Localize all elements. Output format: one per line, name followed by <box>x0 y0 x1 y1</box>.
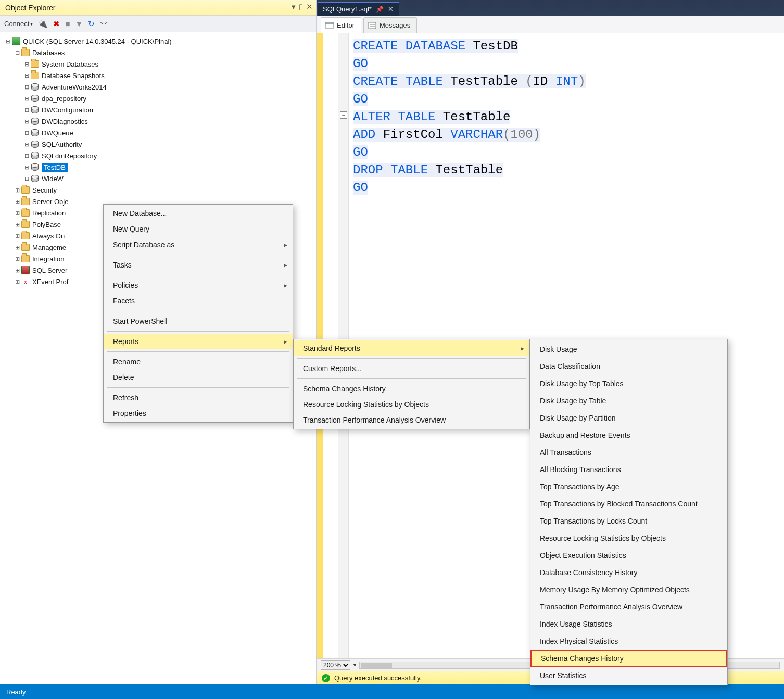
menu-item[interactable]: Memory Usage By Memory Optimized Objects <box>530 581 727 598</box>
menu-item[interactable]: Rename <box>104 354 293 370</box>
tree-icon <box>21 208 30 218</box>
stop-icon[interactable]: ■ <box>65 20 70 28</box>
tree-node[interactable]: ⊞SQLdmRepository <box>2 150 314 161</box>
tree-node[interactable]: ⊟Databases <box>2 47 314 58</box>
expand-icon[interactable]: ⊞ <box>23 164 30 171</box>
menu-item[interactable]: Backup and Restore Events <box>530 426 727 443</box>
menu-item[interactable]: Disk Usage <box>530 340 727 358</box>
expand-icon[interactable]: ⊞ <box>14 221 21 228</box>
fold-toggle[interactable]: − <box>340 111 347 119</box>
menu-item[interactable]: Top Transactions by Age <box>530 478 727 495</box>
menu-item[interactable]: Custom Reports... <box>294 361 529 376</box>
connect-icon[interactable]: 🔌 <box>38 20 48 28</box>
zoom-select[interactable]: 200 % <box>321 660 350 670</box>
tree-node[interactable]: ⊞Security <box>2 184 314 196</box>
expand-icon[interactable]: ⊞ <box>23 95 30 102</box>
context-menu-database[interactable]: New Database...New QueryScript Database … <box>103 204 293 423</box>
expand-icon[interactable]: ⊟ <box>14 49 21 56</box>
tree-icon <box>21 243 30 252</box>
menu-item[interactable]: Transaction Performance Analysis Overvie… <box>530 598 727 615</box>
expand-icon[interactable]: ⊟ <box>4 38 11 45</box>
tree-node[interactable]: ⊞dpa_repository <box>2 93 314 104</box>
tree-node[interactable]: ⊞DWQueue <box>2 127 314 138</box>
menu-item[interactable]: Index Usage Statistics <box>530 615 727 632</box>
pin-icon[interactable]: ▯ <box>299 3 303 10</box>
expand-icon[interactable]: ⊞ <box>23 107 30 113</box>
menu-item[interactable]: Policies <box>104 277 293 293</box>
expand-icon[interactable]: ⊞ <box>23 118 30 125</box>
tree-node[interactable]: ⊟QUICK (SQL Server 14.0.3045.24 - QUICK\… <box>2 35 314 47</box>
tree-node[interactable]: ⊞Database Snapshots <box>2 70 314 81</box>
filter-icon[interactable]: ▼ <box>75 20 83 28</box>
menu-item[interactable]: Resource Locking Statistics by Objects <box>294 397 529 412</box>
menu-item[interactable]: Index Physical Statistics <box>530 632 727 650</box>
menu-item[interactable]: New Database... <box>104 206 293 221</box>
tree-node[interactable]: ⊞AdventureWorks2014 <box>2 81 314 93</box>
menu-item[interactable]: Disk Usage by Top Tables <box>530 375 727 392</box>
menu-item[interactable]: Schema Changes History <box>294 381 529 397</box>
expand-icon[interactable]: ⊞ <box>14 267 21 274</box>
tree-node[interactable]: ⊞DWDiagnostics <box>2 116 314 127</box>
menu-item[interactable]: Script Database as <box>104 237 293 252</box>
tree-label: Integration <box>32 255 64 263</box>
menu-item[interactable]: Tasks <box>104 257 293 273</box>
tree-label: Databases <box>32 49 65 57</box>
expand-icon[interactable]: ⊞ <box>23 175 30 182</box>
menu-item[interactable]: Disk Usage by Table <box>530 392 727 409</box>
menu-item[interactable]: Top Transactions by Blocked Transactions… <box>530 495 727 512</box>
close-icon[interactable]: ✕ <box>306 3 313 10</box>
document-tab[interactable]: SQLQuery1.sql* 📌 ✕ <box>318 2 399 16</box>
expand-icon[interactable]: ⊞ <box>14 198 21 205</box>
expand-icon[interactable]: ⊞ <box>14 210 21 217</box>
tree-label: XEvent Prof <box>32 278 68 286</box>
activity-icon[interactable]: 〰 <box>100 20 108 28</box>
tree-node[interactable]: ⊞TestDB <box>2 161 314 173</box>
menu-item[interactable]: Database Consistency History <box>530 564 727 581</box>
context-menu-standard-reports[interactable]: Disk UsageData ClassificationDisk Usage … <box>530 339 728 685</box>
menu-item[interactable]: All Transactions <box>530 443 727 461</box>
disconnect-icon[interactable]: ✖ <box>53 20 60 28</box>
menu-item[interactable]: Delete <box>104 370 293 385</box>
menu-item[interactable]: Data Classification <box>530 358 727 375</box>
expand-icon[interactable]: ⊞ <box>23 72 30 79</box>
expand-icon[interactable]: ⊞ <box>14 233 21 239</box>
menu-item[interactable]: Disk Usage by Partition <box>530 409 727 426</box>
menu-item[interactable]: Refresh <box>104 390 293 405</box>
expand-icon[interactable]: ⊞ <box>14 256 21 262</box>
connect-button[interactable]: Connect ▾ <box>4 20 33 28</box>
expand-icon[interactable]: ⊞ <box>14 278 21 285</box>
doc-pin-icon[interactable]: 📌 <box>376 6 384 13</box>
expand-icon[interactable]: ⊞ <box>23 152 30 159</box>
menu-item[interactable]: Object Execution Statistics <box>530 547 727 564</box>
tab-editor[interactable]: Editor <box>321 17 361 33</box>
tree-node[interactable]: ⊞WideW <box>2 173 314 184</box>
tree-node[interactable]: ⊞SQLAuthority <box>2 138 314 150</box>
tree-node[interactable]: ⊞DWConfiguration <box>2 104 314 116</box>
expand-icon[interactable]: ⊞ <box>14 244 21 251</box>
expand-icon[interactable]: ⊞ <box>23 141 30 148</box>
menu-item[interactable]: Top Transactions by Locks Count <box>530 512 727 529</box>
document-close-icon[interactable]: ✕ <box>388 5 394 13</box>
menu-item[interactable]: Resource Locking Statistics by Objects <box>530 529 727 547</box>
menu-item[interactable]: Schema Changes History <box>530 650 727 667</box>
menu-item[interactable]: User Statistics <box>530 667 727 684</box>
menu-item[interactable]: Facets <box>104 293 293 309</box>
menu-item[interactable]: New Query <box>104 221 293 237</box>
tab-messages[interactable]: Messages <box>363 17 417 33</box>
tree-node[interactable]: ⊞System Databases <box>2 58 314 70</box>
menu-item[interactable]: Transaction Performance Analysis Overvie… <box>294 412 529 428</box>
expand-icon[interactable]: ⊞ <box>23 84 30 91</box>
menu-item[interactable]: Properties <box>104 405 293 421</box>
menu-item[interactable]: Reports <box>104 334 293 349</box>
expand-icon[interactable]: ⊞ <box>23 130 30 136</box>
document-tab-title: SQLQuery1.sql* <box>323 5 372 13</box>
expand-icon[interactable]: ⊞ <box>14 187 21 194</box>
refresh-icon[interactable]: ↻ <box>88 20 95 28</box>
menu-item[interactable]: All Blocking Transactions <box>530 461 727 478</box>
menu-item[interactable]: Start PowerShell <box>104 313 293 329</box>
dropdown-icon[interactable]: ▾ <box>292 3 296 10</box>
object-explorer-titlebar: Object Explorer ▾ ▯ ✕ <box>0 0 316 16</box>
menu-item[interactable]: Standard Reports <box>294 340 529 356</box>
context-menu-reports[interactable]: Standard ReportsCustom Reports...Schema … <box>293 339 530 429</box>
expand-icon[interactable]: ⊞ <box>23 61 30 68</box>
